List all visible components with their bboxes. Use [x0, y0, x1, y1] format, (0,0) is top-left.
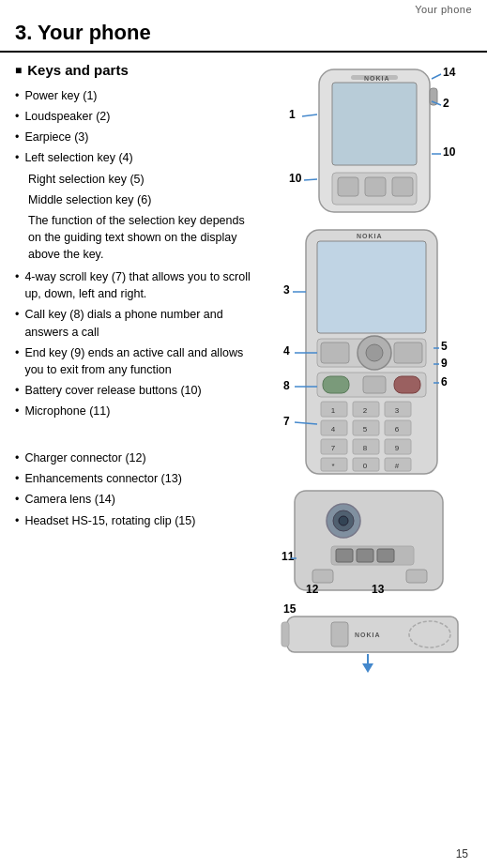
svg-text:7: 7 [330, 444, 335, 452]
svg-rect-87 [331, 622, 348, 647]
svg-rect-20 [317, 241, 426, 333]
svg-text:7: 7 [283, 415, 290, 428]
svg-text:13: 13 [372, 583, 385, 596]
list-item-indent: Right selection key (5) [15, 169, 251, 190]
svg-text:3: 3 [394, 406, 399, 415]
right-column: NOKIA 14 2 10 1 [259, 62, 487, 675]
phone3-svg: 11 12 13 [280, 485, 467, 596]
svg-line-16 [302, 114, 317, 116]
header-bar: Your phone [0, 0, 487, 17]
list-item: 4-way scroll key (7) that allows you to … [15, 266, 251, 304]
svg-text:0: 0 [362, 462, 367, 470]
svg-text:5: 5 [362, 425, 367, 434]
svg-text:2: 2 [362, 406, 367, 415]
svg-text:2: 2 [443, 97, 449, 110]
list-item: Power key (1) [15, 85, 251, 106]
svg-text:NOKIA: NOKIA [364, 75, 390, 82]
phone-diagram-4: NOKIA 15 [280, 600, 467, 675]
svg-rect-6 [365, 177, 386, 196]
svg-text:9: 9 [441, 357, 448, 370]
svg-text:9: 9 [394, 444, 399, 452]
phone-diagram-2: NOKIA 1 2 [280, 228, 467, 481]
svg-rect-28 [323, 376, 349, 393]
svg-text:15: 15 [283, 602, 297, 616]
svg-text:1: 1 [330, 406, 335, 415]
svg-text:*: * [331, 462, 334, 470]
list-item: Earpiece (3) [15, 127, 251, 147]
svg-rect-1 [332, 83, 417, 165]
svg-text:NOKIA: NOKIA [357, 233, 383, 239]
content-area: Keys and parts Power key (1) Loudspeaker… [0, 62, 487, 675]
svg-text:14: 14 [443, 66, 456, 79]
svg-text:#: # [394, 462, 399, 470]
svg-text:10: 10 [443, 145, 456, 159]
list-item: Call key (8) dials a phone number and an… [15, 304, 251, 342]
list-item: Loudspeaker (2) [15, 106, 251, 127]
svg-text:NOKIA: NOKIA [355, 632, 381, 638]
left-column: Keys and parts Power key (1) Loudspeaker… [15, 62, 259, 675]
svg-text:8: 8 [362, 444, 367, 452]
list-item: Headset HS-15, rotating clip (15) [15, 510, 251, 531]
svg-rect-7 [392, 177, 413, 196]
list-item-indent: Middle selection key (6) [15, 190, 251, 210]
list-item: Enhancements connector (13) [15, 468, 251, 489]
svg-rect-78 [406, 570, 427, 583]
phone-diagram-3: 11 12 13 [280, 485, 467, 596]
chapter-title: 3. Your phone [0, 17, 487, 53]
svg-text:6: 6 [441, 375, 448, 388]
svg-text:12: 12 [306, 583, 319, 596]
svg-rect-84 [282, 622, 289, 647]
svg-rect-29 [363, 376, 386, 393]
list-item: Microphone (11) [15, 401, 251, 421]
phone1-svg: NOKIA 14 2 10 1 [280, 62, 467, 226]
list-item: Battery cover release buttons (10) [15, 380, 251, 401]
page-number: 15 [456, 847, 468, 860]
phone4-svg: NOKIA 15 [280, 600, 467, 675]
phone-diagram-1: NOKIA 14 2 10 1 [280, 62, 467, 226]
list-item: Charger connector (12) [15, 448, 251, 468]
svg-rect-5 [338, 177, 358, 196]
svg-rect-74 [336, 549, 353, 562]
bullet-list-1: Power key (1) Loudspeaker (2) Earpiece (… [15, 85, 251, 421]
svg-text:8: 8 [283, 379, 290, 392]
list-item-desc: The function of the selection key depend… [15, 210, 251, 266]
svg-text:4: 4 [283, 344, 290, 358]
svg-line-18 [304, 179, 317, 180]
svg-rect-30 [394, 376, 420, 393]
phone2-svg: NOKIA 1 2 [280, 228, 467, 481]
svg-text:10: 10 [289, 172, 302, 185]
bullet-list-2: Charger connector (12) Enhancements conn… [15, 448, 251, 531]
svg-rect-23 [321, 343, 349, 363]
svg-point-25 [366, 344, 383, 361]
svg-text:3: 3 [283, 283, 290, 297]
svg-text:5: 5 [441, 340, 448, 353]
header-title: Your phone [415, 4, 472, 15]
svg-rect-77 [312, 570, 333, 583]
svg-line-10 [432, 74, 441, 79]
list-item: Left selection key (4) [15, 147, 251, 168]
svg-text:4: 4 [330, 425, 335, 434]
svg-marker-89 [362, 663, 373, 673]
svg-point-72 [339, 516, 348, 525]
list-item: End key (9) ends an active call and allo… [15, 343, 251, 380]
svg-rect-76 [377, 549, 394, 562]
section-title: Keys and parts [15, 62, 251, 78]
svg-rect-75 [357, 549, 373, 562]
svg-rect-26 [394, 343, 422, 363]
svg-text:11: 11 [282, 550, 295, 563]
svg-text:1: 1 [289, 108, 296, 121]
svg-text:6: 6 [394, 425, 399, 434]
list-item: Camera lens (14) [15, 489, 251, 510]
